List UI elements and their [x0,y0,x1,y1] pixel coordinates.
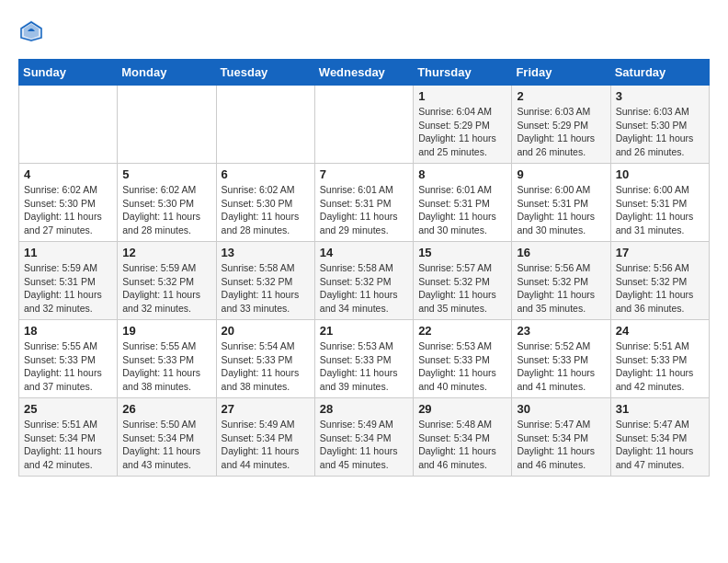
day-info: Sunrise: 6:03 AM Sunset: 5:29 PM Dayligh… [517,105,605,159]
day-number: 29 [418,402,506,416]
calendar-cell: 11Sunrise: 5:59 AM Sunset: 5:31 PM Dayli… [19,242,118,320]
day-number: 9 [517,167,605,181]
day-info: Sunrise: 5:54 AM Sunset: 5:33 PM Dayligh… [222,339,310,394]
day-info: Sunrise: 5:58 AM Sunset: 5:32 PM Dayligh… [222,261,310,316]
day-number: 20 [222,324,310,338]
day-number: 4 [24,167,112,181]
day-info: Sunrise: 5:55 AM Sunset: 5:33 PM Dayligh… [24,339,112,394]
day-info: Sunrise: 5:52 AM Sunset: 5:33 PM Dayligh… [517,339,605,394]
day-info: Sunrise: 5:57 AM Sunset: 5:32 PM Dayligh… [418,261,506,316]
day-number: 8 [418,167,506,181]
header-saturday: Saturday [610,60,709,86]
day-info: Sunrise: 5:56 AM Sunset: 5:32 PM Dayligh… [616,261,704,316]
day-number: 10 [616,167,704,181]
header-tuesday: Tuesday [216,60,314,86]
day-number: 13 [222,246,310,259]
calendar-table: SundayMondayTuesdayWednesdayThursdayFrid… [18,59,710,477]
header-sunday: Sunday [19,60,118,86]
calendar-cell: 20Sunrise: 5:54 AM Sunset: 5:33 PM Dayli… [216,320,314,398]
calendar-cell: 10Sunrise: 6:00 AM Sunset: 5:31 PM Dayli… [610,164,709,242]
header-wednesday: Wednesday [314,60,413,86]
calendar-cell: 6Sunrise: 6:02 AM Sunset: 5:30 PM Daylig… [216,164,314,242]
day-info: Sunrise: 5:55 AM Sunset: 5:33 PM Dayligh… [122,339,210,394]
day-info: Sunrise: 5:51 AM Sunset: 5:33 PM Dayligh… [616,339,704,394]
calendar-week-2: 11Sunrise: 5:59 AM Sunset: 5:31 PM Dayli… [19,242,710,320]
day-number: 24 [616,324,704,338]
calendar-cell: 23Sunrise: 5:52 AM Sunset: 5:33 PM Dayli… [512,320,610,398]
day-info: Sunrise: 5:59 AM Sunset: 5:32 PM Dayligh… [122,261,210,316]
day-number: 31 [616,402,704,416]
day-info: Sunrise: 5:47 AM Sunset: 5:34 PM Dayligh… [616,418,704,472]
calendar-cell: 5Sunrise: 6:02 AM Sunset: 5:30 PM Daylig… [118,164,216,242]
day-number: 11 [24,246,112,259]
day-number: 17 [616,246,704,259]
day-number: 2 [517,89,605,103]
day-info: Sunrise: 6:01 AM Sunset: 5:31 PM Dayligh… [418,183,506,237]
day-info: Sunrise: 6:02 AM Sunset: 5:30 PM Dayligh… [222,183,310,237]
day-info: Sunrise: 5:56 AM Sunset: 5:32 PM Dayligh… [517,261,605,316]
calendar-cell [19,86,118,164]
day-info: Sunrise: 5:51 AM Sunset: 5:34 PM Dayligh… [24,418,112,472]
day-number: 25 [24,402,112,416]
calendar-week-4: 25Sunrise: 5:51 AM Sunset: 5:34 PM Dayli… [19,398,710,477]
day-info: Sunrise: 6:01 AM Sunset: 5:31 PM Dayligh… [320,183,408,237]
page-header [18,18,710,44]
day-number: 7 [320,167,408,181]
day-number: 28 [320,402,408,416]
calendar-cell: 31Sunrise: 5:47 AM Sunset: 5:34 PM Dayli… [610,398,709,477]
calendar-header-row: SundayMondayTuesdayWednesdayThursdayFrid… [19,60,710,86]
day-info: Sunrise: 5:48 AM Sunset: 5:34 PM Dayligh… [418,418,506,472]
calendar-cell: 17Sunrise: 5:56 AM Sunset: 5:32 PM Dayli… [610,242,709,320]
calendar-cell: 19Sunrise: 5:55 AM Sunset: 5:33 PM Dayli… [118,320,216,398]
calendar-cell: 26Sunrise: 5:50 AM Sunset: 5:34 PM Dayli… [118,398,216,477]
calendar-cell: 24Sunrise: 5:51 AM Sunset: 5:33 PM Dayli… [610,320,709,398]
calendar-cell: 16Sunrise: 5:56 AM Sunset: 5:32 PM Dayli… [512,242,610,320]
header-friday: Friday [512,60,610,86]
day-number: 6 [222,167,310,181]
calendar-cell: 4Sunrise: 6:02 AM Sunset: 5:30 PM Daylig… [19,164,118,242]
calendar-cell: 27Sunrise: 5:49 AM Sunset: 5:34 PM Dayli… [216,398,314,477]
calendar-cell: 12Sunrise: 5:59 AM Sunset: 5:32 PM Dayli… [118,242,216,320]
day-number: 26 [122,402,210,416]
calendar-cell: 30Sunrise: 5:47 AM Sunset: 5:34 PM Dayli… [512,398,610,477]
header-thursday: Thursday [414,60,512,86]
day-info: Sunrise: 6:02 AM Sunset: 5:30 PM Dayligh… [24,183,112,237]
day-number: 23 [517,324,605,338]
calendar-week-1: 4Sunrise: 6:02 AM Sunset: 5:30 PM Daylig… [19,164,710,242]
calendar-cell [216,86,314,164]
day-info: Sunrise: 6:00 AM Sunset: 5:31 PM Dayligh… [517,183,605,237]
header-monday: Monday [118,60,216,86]
day-info: Sunrise: 5:59 AM Sunset: 5:31 PM Dayligh… [24,261,112,316]
day-number: 5 [122,167,210,181]
day-info: Sunrise: 6:03 AM Sunset: 5:30 PM Dayligh… [616,105,704,159]
day-number: 30 [517,402,605,416]
day-info: Sunrise: 5:49 AM Sunset: 5:34 PM Dayligh… [320,418,408,472]
day-info: Sunrise: 5:58 AM Sunset: 5:32 PM Dayligh… [320,261,408,316]
calendar-cell: 9Sunrise: 6:00 AM Sunset: 5:31 PM Daylig… [512,164,610,242]
calendar-cell: 29Sunrise: 5:48 AM Sunset: 5:34 PM Dayli… [414,398,512,477]
calendar-cell: 14Sunrise: 5:58 AM Sunset: 5:32 PM Dayli… [314,242,413,320]
calendar-cell: 8Sunrise: 6:01 AM Sunset: 5:31 PM Daylig… [414,164,512,242]
calendar-week-0: 1Sunrise: 6:04 AM Sunset: 5:29 PM Daylig… [19,86,710,164]
calendar-cell: 18Sunrise: 5:55 AM Sunset: 5:33 PM Dayli… [19,320,118,398]
calendar-cell: 21Sunrise: 5:53 AM Sunset: 5:33 PM Dayli… [314,320,413,398]
day-info: Sunrise: 6:04 AM Sunset: 5:29 PM Dayligh… [418,105,506,159]
day-number: 27 [222,402,310,416]
calendar-cell: 25Sunrise: 5:51 AM Sunset: 5:34 PM Dayli… [19,398,118,477]
day-number: 12 [122,246,210,259]
calendar-cell: 7Sunrise: 6:01 AM Sunset: 5:31 PM Daylig… [314,164,413,242]
day-number: 15 [418,246,506,259]
calendar-cell: 13Sunrise: 5:58 AM Sunset: 5:32 PM Dayli… [216,242,314,320]
day-info: Sunrise: 5:53 AM Sunset: 5:33 PM Dayligh… [320,339,408,394]
logo [18,18,48,44]
day-number: 21 [320,324,408,338]
day-number: 1 [418,89,506,103]
calendar-cell: 28Sunrise: 5:49 AM Sunset: 5:34 PM Dayli… [314,398,413,477]
day-number: 14 [320,246,408,259]
calendar-cell [118,86,216,164]
day-number: 19 [122,324,210,338]
calendar-cell: 2Sunrise: 6:03 AM Sunset: 5:29 PM Daylig… [512,86,610,164]
day-number: 3 [616,89,704,103]
calendar-cell: 3Sunrise: 6:03 AM Sunset: 5:30 PM Daylig… [610,86,709,164]
day-number: 22 [418,324,506,338]
